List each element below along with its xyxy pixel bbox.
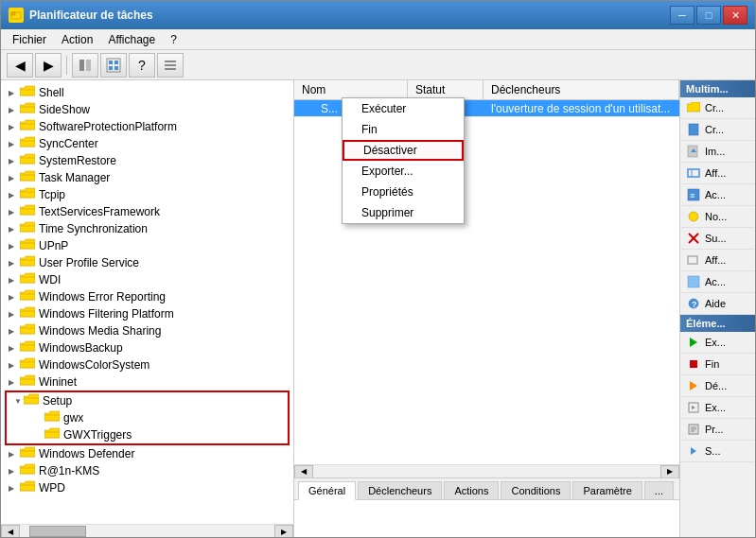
tree-item[interactable]: ▶ Windows Media Sharing (1, 322, 293, 339)
action2-icon (686, 274, 701, 289)
tree-item-label: SystemRestore (39, 154, 116, 167)
tab-more[interactable]: ... (644, 481, 674, 499)
options-button[interactable] (157, 53, 184, 78)
tree-item[interactable]: ▶ Windows Defender (1, 445, 293, 462)
tab-declencheurs[interactable]: Déclencheurs (358, 481, 442, 499)
tree-item[interactable]: ▶ WPD (1, 479, 293, 496)
action-de[interactable]: Dé... (680, 375, 755, 397)
menu-help[interactable]: ? (163, 29, 185, 49)
minimize-button[interactable]: ─ (670, 6, 694, 25)
tree-item-label: TextServicesFramework (39, 205, 160, 218)
action-aff2[interactable]: Aff... ▶ (680, 250, 755, 271)
delete-icon (686, 231, 701, 246)
svg-rect-21 (20, 243, 35, 249)
tree-item[interactable]: ▶ SyncCenter (1, 135, 293, 152)
svg-text:≡: ≡ (690, 191, 694, 200)
svg-marker-59 (691, 447, 696, 455)
header-declencheurs[interactable]: Déclencheurs (483, 80, 679, 99)
tree-item[interactable]: ▶ TextServicesFramework (1, 203, 293, 220)
tree-item[interactable]: ▶ R@1n-KMS (1, 462, 293, 479)
context-supprimer[interactable]: Supprimer (343, 202, 464, 223)
svg-rect-16 (20, 158, 35, 164)
tree-item-label: SideShow (39, 103, 90, 116)
tab-general[interactable]: Général (298, 481, 356, 500)
tree-item[interactable]: ▶ Tcpip (1, 186, 293, 203)
context-desactiver[interactable]: Désactiver (343, 140, 464, 161)
bottom-tabs: Général Déclencheurs Actions Conditions … (294, 477, 679, 537)
tree-item[interactable]: ▶ SoftwareProtectionPlatform (1, 118, 293, 135)
context-executer[interactable]: Exécuter (343, 98, 464, 119)
list-hscrollbar[interactable]: ◀ ▶ (294, 464, 679, 477)
maximize-button[interactable]: □ (696, 6, 721, 25)
action-ac1[interactable]: ≡ Ac... (680, 184, 755, 206)
tree-item-label: Tcpip (39, 188, 65, 201)
tree-item[interactable]: ▶ Windows Error Reporting (1, 288, 293, 305)
action-fin[interactable]: Fin (680, 354, 755, 375)
svg-point-43 (689, 212, 698, 221)
action-ac2[interactable]: Ac... (680, 271, 755, 293)
tree-item[interactable]: ▶ Shell (1, 84, 293, 101)
context-fin[interactable]: Fin (343, 119, 464, 140)
action-su[interactable]: Su... (680, 228, 755, 250)
folder-icon (20, 374, 35, 390)
menu-action[interactable]: Action (54, 29, 100, 49)
tree-item[interactable]: gwx (7, 409, 288, 426)
tree-item[interactable]: ▶ Task Manager (1, 169, 293, 186)
tree-button[interactable] (100, 53, 127, 78)
tree-items: ▶ Shell▶ SideShow▶ SoftwareProtectionPla… (1, 84, 293, 496)
tree-item[interactable]: ▼ Setup (7, 392, 288, 409)
folder-icon (20, 272, 35, 287)
row-trigger: l'ouverture de session d'un utilisat... (487, 102, 676, 115)
action-no[interactable]: No... (680, 206, 755, 228)
header-statut[interactable]: Statut (408, 80, 483, 99)
action-pr[interactable]: Pr... (680, 419, 755, 441)
tree-item[interactable]: ▶ WindowsColorSystem (1, 356, 293, 373)
action-aff1[interactable]: Aff... (680, 163, 755, 184)
tree-item[interactable]: GWXTriggers (7, 426, 288, 443)
tree-hscrollbar[interactable]: ◀ ▶ (1, 524, 293, 537)
action-im[interactable]: Im... (680, 141, 755, 163)
action-aide[interactable]: ? Aide (680, 293, 755, 315)
tree-item[interactable]: ▶ Windows Filtering Platform (1, 305, 293, 322)
folder-icon (44, 427, 60, 443)
tree-item[interactable]: ▶ UPnP (1, 237, 293, 254)
actions-panel: Multim... ▲ Cr... Cr... (679, 80, 755, 537)
file-icon (686, 122, 701, 137)
tree-item-label: WindowsBackup (39, 341, 123, 355)
action-ex1[interactable]: Ex... (680, 332, 755, 354)
context-exporter[interactable]: Exporter... (343, 161, 464, 182)
close-button[interactable]: ✕ (723, 6, 747, 25)
svg-rect-24 (20, 294, 35, 300)
tree-item[interactable]: ▶ WDI (1, 271, 293, 288)
tree-item[interactable]: ▶ Wininet (1, 373, 293, 390)
action-cr2[interactable]: Cr... (680, 119, 755, 141)
window-controls: ─ □ ✕ (670, 6, 747, 25)
tree-item-label: Time Synchronization (39, 222, 148, 235)
tree-item[interactable]: ▶ SideShow (1, 101, 293, 118)
tab-actions[interactable]: Actions (444, 481, 499, 499)
action-cr1[interactable]: Cr... (680, 97, 755, 119)
row-status-icon: ● (298, 102, 317, 115)
action-ex2[interactable]: Ex... (680, 397, 755, 419)
more-icon (686, 443, 701, 459)
folder-icon (20, 446, 35, 461)
tree-item[interactable]: ▶ User Profile Service (1, 254, 293, 271)
forward-button[interactable]: ▶ (35, 53, 62, 78)
tree-item[interactable]: ▶ Time Synchronization (1, 220, 293, 237)
tree-container[interactable]: ▶ Shell▶ SideShow▶ SoftwareProtectionPla… (1, 80, 293, 524)
menu-fichier[interactable]: Fichier (5, 29, 54, 49)
folder-icon (20, 306, 35, 321)
svg-rect-34 (20, 468, 35, 474)
action-s[interactable]: S... (680, 441, 755, 462)
show-hide-button[interactable] (72, 53, 98, 78)
folder-icon (20, 170, 35, 185)
context-proprietes[interactable]: Propriétés (343, 182, 464, 202)
tab-conditions[interactable]: Conditions (501, 481, 571, 499)
back-button[interactable]: ◀ (7, 53, 33, 78)
tab-parametres[interactable]: Paramètre (572, 481, 642, 499)
help-button[interactable]: ? (129, 53, 155, 78)
menu-affichage[interactable]: Affichage (100, 29, 163, 49)
tree-item[interactable]: ▶ SystemRestore (1, 152, 293, 169)
header-nom[interactable]: Nom (294, 80, 408, 99)
tree-item[interactable]: ▶ WindowsBackup (1, 339, 293, 356)
